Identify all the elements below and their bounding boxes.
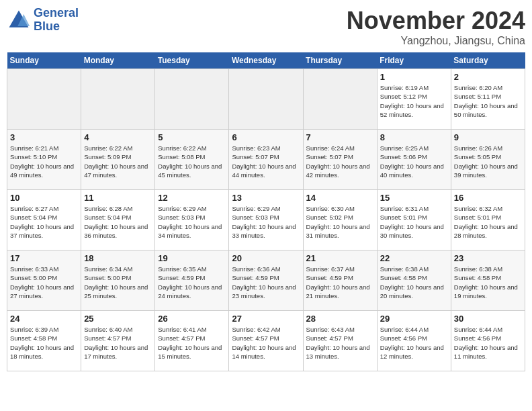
day-number: 17 [10, 253, 78, 263]
day-number: 25 [84, 314, 152, 324]
calendar-day-cell: 28Sunrise: 6:43 AM Sunset: 4:57 PM Dayli… [303, 311, 377, 371]
day-number: 6 [232, 132, 300, 142]
day-info: Sunrise: 6:29 AM Sunset: 5:03 PM Dayligh… [232, 204, 300, 240]
day-number: 7 [306, 132, 374, 142]
month-title: November 2024 [347, 7, 525, 35]
calendar-day-cell: 17Sunrise: 6:33 AM Sunset: 5:00 PM Dayli… [7, 250, 81, 311]
day-number: 28 [306, 314, 374, 324]
day-number: 27 [232, 314, 300, 324]
calendar-day-cell: 4Sunrise: 6:22 AM Sunset: 5:09 PM Daylig… [81, 130, 155, 190]
weekday-header: Friday [377, 52, 451, 69]
day-number: 9 [454, 132, 522, 142]
day-number: 18 [84, 253, 152, 263]
calendar-day-cell: 25Sunrise: 6:40 AM Sunset: 4:57 PM Dayli… [81, 311, 155, 371]
day-info: Sunrise: 6:22 AM Sunset: 5:08 PM Dayligh… [158, 144, 226, 179]
day-info: Sunrise: 6:28 AM Sunset: 5:04 PM Dayligh… [84, 204, 152, 240]
calendar-week-row: 1Sunrise: 6:19 AM Sunset: 5:12 PM Daylig… [7, 69, 525, 130]
day-info: Sunrise: 6:29 AM Sunset: 5:03 PM Dayligh… [158, 204, 226, 240]
calendar-day-cell: 6Sunrise: 6:23 AM Sunset: 5:07 PM Daylig… [229, 130, 303, 190]
day-number: 5 [158, 132, 226, 142]
day-info: Sunrise: 6:42 AM Sunset: 4:57 PM Dayligh… [232, 325, 300, 361]
day-info: Sunrise: 6:34 AM Sunset: 5:00 PM Dayligh… [84, 265, 152, 300]
calendar-day-cell [303, 69, 377, 130]
day-info: Sunrise: 6:30 AM Sunset: 5:02 PM Dayligh… [306, 204, 374, 240]
calendar-day-cell: 9Sunrise: 6:26 AM Sunset: 5:05 PM Daylig… [451, 130, 525, 190]
calendar-day-cell: 16Sunrise: 6:32 AM Sunset: 5:01 PM Dayli… [451, 190, 525, 250]
day-number: 11 [84, 193, 152, 203]
calendar-day-cell: 11Sunrise: 6:28 AM Sunset: 5:04 PM Dayli… [81, 190, 155, 250]
calendar-week-row: 10Sunrise: 6:27 AM Sunset: 5:04 PM Dayli… [7, 190, 525, 250]
day-number: 4 [84, 132, 152, 142]
logo-line2: Blue [34, 19, 60, 33]
day-info: Sunrise: 6:43 AM Sunset: 4:57 PM Dayligh… [306, 325, 374, 361]
weekday-header: Tuesday [155, 52, 229, 69]
day-number: 1 [380, 72, 448, 82]
calendar-day-cell: 19Sunrise: 6:35 AM Sunset: 4:59 PM Dayli… [155, 250, 229, 311]
calendar-week-row: 17Sunrise: 6:33 AM Sunset: 5:00 PM Dayli… [7, 250, 525, 311]
weekday-header: Sunday [7, 52, 81, 69]
day-info: Sunrise: 6:37 AM Sunset: 4:59 PM Dayligh… [306, 265, 374, 300]
location: Yangzhou, Jiangsu, China [347, 35, 525, 47]
day-info: Sunrise: 6:32 AM Sunset: 5:01 PM Dayligh… [454, 204, 522, 240]
day-number: 16 [454, 193, 522, 203]
day-info: Sunrise: 6:44 AM Sunset: 4:56 PM Dayligh… [454, 325, 522, 361]
calendar-day-cell: 10Sunrise: 6:27 AM Sunset: 5:04 PM Dayli… [7, 190, 81, 250]
day-number: 19 [158, 253, 226, 263]
calendar-day-cell: 8Sunrise: 6:25 AM Sunset: 5:06 PM Daylig… [377, 130, 451, 190]
calendar-day-cell: 20Sunrise: 6:36 AM Sunset: 4:59 PM Dayli… [229, 250, 303, 311]
day-info: Sunrise: 6:20 AM Sunset: 5:11 PM Dayligh… [454, 83, 522, 119]
calendar-day-cell: 27Sunrise: 6:42 AM Sunset: 4:57 PM Dayli… [229, 311, 303, 371]
calendar-day-cell [7, 69, 81, 130]
day-info: Sunrise: 6:26 AM Sunset: 5:05 PM Dayligh… [454, 144, 522, 179]
weekday-header: Wednesday [229, 52, 303, 69]
weekday-header: Monday [81, 52, 155, 69]
day-number: 21 [306, 253, 374, 263]
day-number: 20 [232, 253, 300, 263]
day-info: Sunrise: 6:40 AM Sunset: 4:57 PM Dayligh… [84, 325, 152, 361]
calendar-day-cell: 30Sunrise: 6:44 AM Sunset: 4:56 PM Dayli… [451, 311, 525, 371]
calendar-day-cell: 22Sunrise: 6:38 AM Sunset: 4:58 PM Dayli… [377, 250, 451, 311]
day-info: Sunrise: 6:38 AM Sunset: 4:58 PM Dayligh… [454, 265, 522, 300]
day-number: 2 [454, 72, 522, 82]
calendar-day-cell [229, 69, 303, 130]
weekday-header: Saturday [451, 52, 525, 69]
day-number: 22 [380, 253, 448, 263]
calendar-day-cell: 18Sunrise: 6:34 AM Sunset: 5:00 PM Dayli… [81, 250, 155, 311]
calendar-day-cell: 7Sunrise: 6:24 AM Sunset: 5:07 PM Daylig… [303, 130, 377, 190]
calendar-table: SundayMondayTuesdayWednesdayThursdayFrid… [7, 52, 525, 371]
calendar-day-cell: 1Sunrise: 6:19 AM Sunset: 5:12 PM Daylig… [377, 69, 451, 130]
logo-line1: General [34, 6, 79, 19]
day-number: 23 [454, 253, 522, 263]
day-number: 14 [306, 193, 374, 203]
calendar-day-cell: 5Sunrise: 6:22 AM Sunset: 5:08 PM Daylig… [155, 130, 229, 190]
day-number: 13 [232, 193, 300, 203]
day-info: Sunrise: 6:21 AM Sunset: 5:10 PM Dayligh… [10, 144, 78, 179]
page-header: General Blue November 2024 Yangzhou, Jia… [7, 7, 525, 47]
calendar-day-cell: 2Sunrise: 6:20 AM Sunset: 5:11 PM Daylig… [451, 69, 525, 130]
day-info: Sunrise: 6:27 AM Sunset: 5:04 PM Dayligh… [10, 204, 78, 240]
day-number: 24 [10, 314, 78, 324]
day-number: 8 [380, 132, 448, 142]
day-info: Sunrise: 6:24 AM Sunset: 5:07 PM Dayligh… [306, 144, 374, 179]
day-number: 15 [380, 193, 448, 203]
logo-icon [7, 8, 31, 32]
day-info: Sunrise: 6:36 AM Sunset: 4:59 PM Dayligh… [232, 265, 300, 300]
day-info: Sunrise: 6:23 AM Sunset: 5:07 PM Dayligh… [232, 144, 300, 179]
day-number: 30 [454, 314, 522, 324]
day-number: 10 [10, 193, 78, 203]
calendar-day-cell: 26Sunrise: 6:41 AM Sunset: 4:57 PM Dayli… [155, 311, 229, 371]
weekday-header-row: SundayMondayTuesdayWednesdayThursdayFrid… [7, 52, 525, 69]
calendar-day-cell: 3Sunrise: 6:21 AM Sunset: 5:10 PM Daylig… [7, 130, 81, 190]
day-number: 12 [158, 193, 226, 203]
day-number: 29 [380, 314, 448, 324]
day-info: Sunrise: 6:35 AM Sunset: 4:59 PM Dayligh… [158, 265, 226, 300]
day-info: Sunrise: 6:22 AM Sunset: 5:09 PM Dayligh… [84, 144, 152, 179]
calendar-week-row: 24Sunrise: 6:39 AM Sunset: 4:58 PM Dayli… [7, 311, 525, 371]
day-info: Sunrise: 6:19 AM Sunset: 5:12 PM Dayligh… [380, 83, 448, 119]
day-number: 26 [158, 314, 226, 324]
title-block: November 2024 Yangzhou, Jiangsu, China [347, 7, 525, 47]
day-info: Sunrise: 6:33 AM Sunset: 5:00 PM Dayligh… [10, 265, 78, 300]
day-info: Sunrise: 6:31 AM Sunset: 5:01 PM Dayligh… [380, 204, 448, 240]
calendar-day-cell: 15Sunrise: 6:31 AM Sunset: 5:01 PM Dayli… [377, 190, 451, 250]
day-info: Sunrise: 6:25 AM Sunset: 5:06 PM Dayligh… [380, 144, 448, 179]
